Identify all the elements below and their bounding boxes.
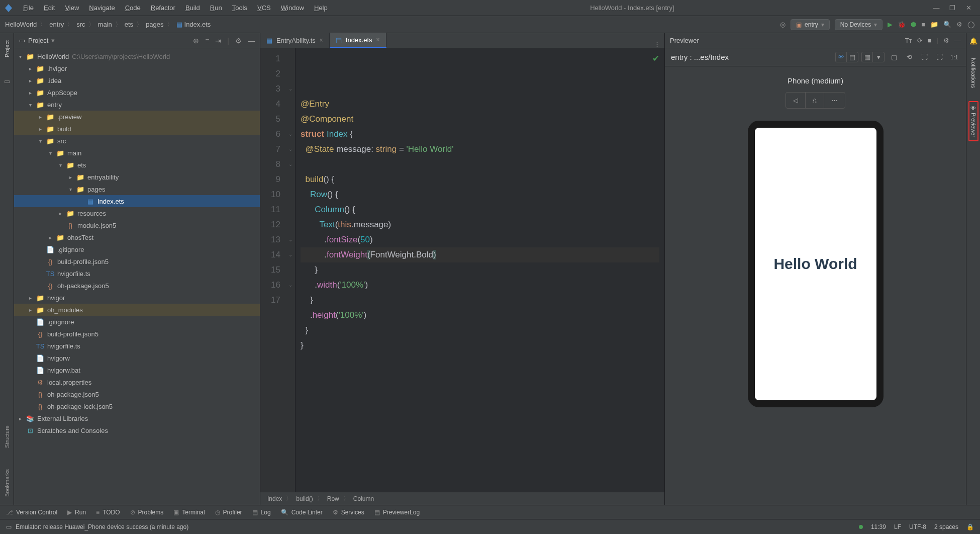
tree-node[interactable]: ▸📁.preview	[14, 111, 260, 123]
tree-node[interactable]: ▾📁pages	[14, 183, 260, 195]
close-button[interactable]: ✕	[965, 5, 972, 12]
editor-tabs-more-icon[interactable]: ⋮	[650, 40, 664, 48]
code-breadcrumb[interactable]: Index〉build()〉Row〉Column	[260, 492, 664, 505]
menu-code[interactable]: Code	[121, 3, 145, 13]
target-icon[interactable]: ◎	[780, 21, 786, 28]
open-folder-icon[interactable]: 📁	[930, 21, 938, 28]
rail-bookmarks[interactable]: Bookmarks	[4, 466, 10, 500]
breadcrumb-item[interactable]: ▤ Index.ets	[176, 21, 211, 28]
tree-node[interactable]: ▾📁HelloWorldC:\Users\amy\projects\HelloW…	[14, 50, 260, 62]
tree-node[interactable]: ▸📁ohosTest	[14, 231, 260, 243]
tool-problems[interactable]: ⊘Problems	[130, 509, 164, 516]
scale-label[interactable]: 1:1	[949, 54, 960, 60]
tool-run[interactable]: ▶Run	[67, 509, 86, 516]
tree-node[interactable]: 📄.gitignore	[14, 316, 260, 328]
menu-navigate[interactable]: Navigate	[85, 3, 119, 13]
lock-icon[interactable]: 🔒	[966, 523, 974, 530]
menu-view[interactable]: View	[61, 3, 83, 13]
tool-profiler[interactable]: ◷Profiler	[215, 509, 242, 516]
menu-edit[interactable]: Edit	[40, 3, 59, 13]
rail-project[interactable]: Project	[4, 37, 10, 60]
tree-node[interactable]: ▸📁build	[14, 123, 260, 135]
code-breadcrumb-item[interactable]: Row	[327, 495, 339, 502]
rail-notifications[interactable]: Notifications	[969, 55, 977, 91]
tree-node[interactable]: ▸📁hvigor	[14, 292, 260, 304]
editor-tab[interactable]: ▤EntryAbility.ts×	[260, 33, 330, 48]
breadcrumb[interactable]: HelloWorld〉entry〉src〉main〉ets〉pages〉▤ In…	[5, 20, 211, 29]
tree-node[interactable]: ▸📁.idea	[14, 74, 260, 86]
breadcrumb-item[interactable]: pages	[146, 21, 163, 28]
rail-previewer[interactable]: 👁Previewer	[968, 101, 978, 141]
tool-services[interactable]: ⚙Services	[333, 509, 364, 516]
tool-code-linter[interactable]: 🔍Code Linter	[281, 509, 323, 516]
tree-node[interactable]: {}build-profile.json5	[14, 255, 260, 268]
refresh-icon[interactable]: ⟳	[917, 37, 923, 44]
box-icon[interactable]: ▢	[889, 53, 900, 61]
menu-build[interactable]: Build	[181, 3, 204, 13]
menu-refactor[interactable]: Refactor	[147, 3, 179, 13]
rail-structure[interactable]: Structure	[4, 422, 10, 451]
tree-node[interactable]: {}oh-package.json5	[14, 280, 260, 292]
tree-node[interactable]: ⚙local.properties	[14, 376, 260, 388]
minimize-button[interactable]: —	[933, 5, 940, 12]
hide-panel-icon[interactable]: —	[248, 37, 255, 45]
tree-node[interactable]: TShvigorfile.ts	[14, 340, 260, 352]
menu-tools[interactable]: Tools	[228, 3, 251, 13]
preview-settings-icon[interactable]: ⚙	[943, 37, 949, 44]
tree-node[interactable]: {}build-profile.json5	[14, 328, 260, 340]
maximize-button[interactable]: ❐	[949, 5, 956, 12]
fold-gutter[interactable]: ⌄ ⌄⌄⌄ ⌄⌄ ⌄	[285, 48, 296, 492]
breadcrumb-item[interactable]: ets	[125, 21, 133, 28]
indent-setting[interactable]: 2 spaces	[934, 523, 958, 530]
more-icon[interactable]: ⋯	[824, 93, 845, 108]
tree-node[interactable]: {}module.json5	[14, 219, 260, 231]
chevron-down-icon[interactable]: ▾	[873, 52, 884, 62]
expand-all-icon[interactable]: ≡	[205, 37, 209, 45]
breadcrumb-item[interactable]: HelloWorld	[5, 21, 37, 28]
notifications-bell-icon[interactable]: 🔔	[969, 37, 977, 45]
breadcrumb-item[interactable]: entry	[49, 21, 64, 28]
editor-tab[interactable]: ▤Index.ets×	[330, 33, 386, 48]
tool-log[interactable]: ▤Log	[252, 509, 271, 516]
tool-terminal[interactable]: ▣Terminal	[173, 509, 205, 516]
rotate-device-icon[interactable]: ⎌	[806, 93, 824, 108]
layers-icon[interactable]: ▤	[847, 52, 858, 62]
menu-window[interactable]: Window	[277, 3, 308, 13]
debug-button[interactable]: 🐞	[898, 21, 906, 28]
rotate-icon[interactable]: ⟲	[904, 53, 915, 61]
tree-node[interactable]: 📄hvigorw	[14, 352, 260, 364]
grid-icon[interactable]: ▦	[862, 52, 873, 62]
account-icon[interactable]: ◯	[967, 21, 975, 28]
project-panel-title[interactable]: Project	[28, 37, 48, 44]
run-config-selector[interactable]: ▣entry▾	[791, 19, 830, 30]
tree-node[interactable]: {}oh-package-lock.json5	[14, 400, 260, 412]
settings-icon[interactable]: ⚙	[956, 21, 962, 28]
close-tab-icon[interactable]: ×	[320, 37, 323, 44]
breadcrumb-item[interactable]: src	[76, 21, 85, 28]
menu-run[interactable]: Run	[206, 3, 226, 13]
line-separator[interactable]: LF	[894, 523, 901, 530]
cursor-position[interactable]: 11:39	[871, 523, 886, 530]
tree-node[interactable]: ▤Index.ets	[14, 195, 260, 207]
tree-node[interactable]: TShvigorfile.ts	[14, 268, 260, 280]
code-breadcrumb-item[interactable]: build()	[296, 495, 313, 502]
tool-previewerlog[interactable]: ▤PreviewerLog	[374, 509, 420, 516]
tool-version-control[interactable]: ⎇Version Control	[6, 509, 57, 516]
search-icon[interactable]: 🔍	[943, 21, 951, 28]
folder-icon[interactable]: ▭	[4, 77, 10, 85]
file-encoding[interactable]: UTF-8	[909, 523, 926, 530]
tree-node[interactable]: ▸📁AppScope	[14, 86, 260, 99]
project-tree[interactable]: ▾📁HelloWorldC:\Users\amy\projects\HelloW…	[14, 48, 260, 505]
tree-node[interactable]: 📄hvigorw.bat	[14, 364, 260, 376]
attach-debug-icon[interactable]: ⬢	[911, 21, 916, 28]
tree-node[interactable]: ▸📚External Libraries	[14, 412, 260, 424]
hide-preview-icon[interactable]: —	[954, 37, 961, 44]
code-breadcrumb-item[interactable]: Index	[267, 495, 282, 502]
tree-node[interactable]: ▾📁src	[14, 135, 260, 147]
run-button[interactable]: ▶	[888, 21, 893, 28]
code-breadcrumb-item[interactable]: Column	[353, 495, 374, 502]
editor-body[interactable]: 1234567891011121314151617 ⌄ ⌄⌄⌄ ⌄⌄ ⌄ ✔ @…	[260, 48, 664, 492]
back-button[interactable]: ◁	[786, 93, 806, 108]
stop-icon[interactable]: ■	[928, 37, 932, 44]
tree-node[interactable]: ▸📁oh_modules	[14, 304, 260, 316]
